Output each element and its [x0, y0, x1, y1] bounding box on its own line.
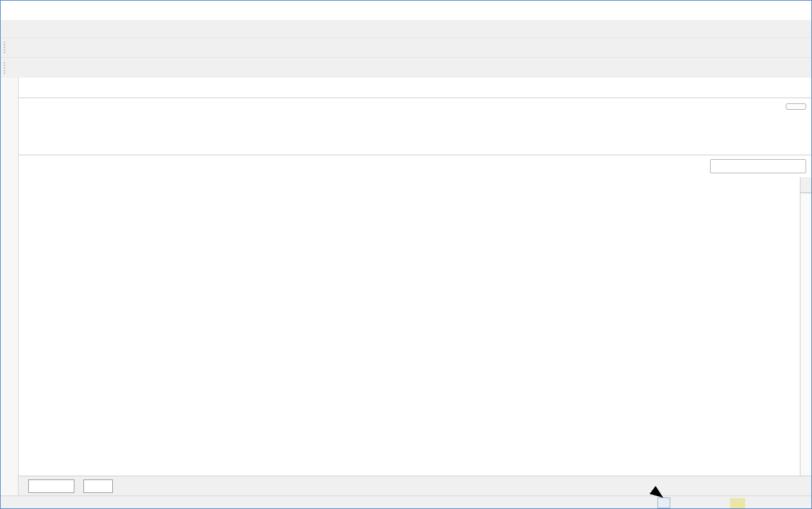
object-header [19, 98, 811, 135]
title-bar [1, 1, 811, 20]
trash-icon[interactable] [797, 498, 806, 508]
app-window [0, 0, 812, 509]
side-tab-strip [1, 78, 19, 496]
max-rows-input[interactable] [28, 479, 74, 493]
data-grid [19, 177, 800, 476]
grid-icon [16, 63, 26, 73]
max-chars-input[interactable] [83, 479, 113, 493]
data-grid-area [19, 177, 811, 476]
grid-toolbar [19, 155, 811, 177]
scrollbar-strip [800, 177, 811, 476]
toolbar-grip[interactable] [4, 42, 7, 53]
column-chooser-button[interactable] [800, 177, 811, 193]
window-tab-bar [1, 57, 811, 78]
window-controls [725, 1, 811, 20]
sync-icon[interactable] [695, 498, 705, 508]
object-tabs [19, 135, 811, 155]
memory-indicator[interactable] [730, 498, 789, 508]
search-input[interactable] [725, 162, 812, 171]
close-button[interactable] [782, 1, 811, 20]
content-area [19, 78, 811, 496]
main-area [1, 78, 811, 496]
minimize-button[interactable] [725, 1, 754, 20]
actions-button[interactable] [786, 103, 806, 110]
transactions-icon[interactable] [678, 498, 688, 508]
document-tabs [19, 78, 811, 98]
window-tab-grip[interactable] [4, 62, 7, 74]
app-logo-icon [6, 5, 17, 16]
search-icon [713, 162, 722, 171]
grid-icon [802, 180, 811, 189]
alerts-icon[interactable] [713, 498, 722, 508]
grid-footer [19, 476, 811, 496]
menu-bar [1, 20, 811, 37]
memory-fill [730, 498, 745, 508]
grid-search-box [710, 159, 806, 173]
vertical-scrollbar[interactable] [800, 193, 811, 476]
maximize-button[interactable] [754, 1, 782, 20]
table-icon [25, 104, 38, 116]
main-toolbar [1, 37, 811, 57]
window-tab-sakila-tables[interactable] [10, 63, 37, 73]
status-bar [1, 496, 811, 509]
maximized-indicator-icon[interactable] [657, 497, 670, 508]
